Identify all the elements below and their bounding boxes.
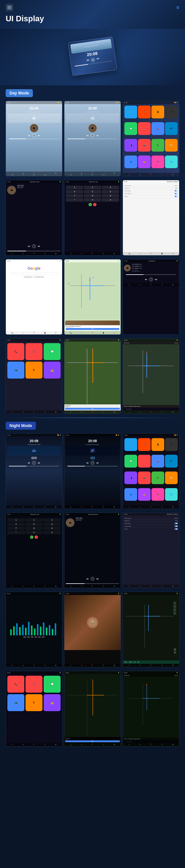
player-controls-2: ⏮ ⏸ ⏭: [66, 133, 119, 137]
svg-rect-0: [10, 629, 12, 636]
screen-header-5: 17:40Bluetooth_Call🔋: [64, 180, 121, 183]
player-controls-n2: ⏮ ⏸ ⏭: [66, 461, 119, 465]
screen-night-nav-restaurant: 18:30🔋 📍 18:16 ETA 9.0 km GO 📞: [64, 671, 121, 746]
screen-footer-n2: 📞 ∞ 📍 📱 ⚙: [64, 505, 121, 509]
night-nav-route-content: 18:10 ETA 9.0 km 📍 Start on Dongbei Tong…: [123, 674, 179, 743]
day-mode-grid-row1: 17:40📶 🔋 20:08 A stunning choice of musi…: [6, 101, 179, 176]
day-mode-grid-row3: 17:40🔋 Google Google Search I'm Feeling …: [6, 259, 179, 335]
night-nav-map: 📍 18:16 ETA 9.0 km GO: [64, 674, 121, 743]
waveform-n2: [68, 456, 117, 460]
bt-player-controls-night: ⏮ ▶ ⏭: [64, 576, 121, 582]
screen-footer-n4: 📞 ∞ 📍 📱 ⚙: [6, 585, 62, 588]
google-logo: Google: [28, 266, 41, 271]
screen-header-n7: 01:34🔋: [6, 592, 62, 595]
day-carplay-row: 18:40🔋 📞 🎵 💬 📺 🎙 📻 📞: [6, 338, 179, 414]
nav-icon[interactable]: ≡: [176, 4, 179, 10]
screen-footer-9: 📞 ∞ 📍 📱 ⚙: [123, 283, 179, 286]
call-dialpad: 1 2 3 4 5 6 7 8 9 * 0 #: [66, 186, 119, 202]
screen-footer-nc1: 📞 ∞ 📍 📱 ⚙: [6, 743, 62, 746]
screen-header-3: 17:40📶 🔋: [123, 101, 179, 104]
restaurant-card-day: Sunny Coffee Modern Restaurant 3456 Mode…: [65, 320, 120, 331]
screen-header-12: 18:00🔋: [123, 339, 179, 342]
player-controls-n1: ⏮ ⏸ ⏭: [7, 461, 60, 465]
svg-rect-7: [31, 625, 32, 636]
time-display-n1: 20:08: [7, 439, 60, 443]
svg-rect-3: [19, 627, 21, 636]
nav-map-day: 📍 18:16 ETA 9.0 km GO: [64, 342, 121, 410]
hero-display: A stunning choice of music 20:08 ⏮ ⏸ ⏭: [68, 36, 117, 76]
screen-music-night-1: 17:40📶 🔋 20:08 A stunning choice of musi…: [6, 433, 62, 509]
bt-album-art: [7, 186, 16, 194]
screen-header-8: 18:30🔋: [64, 259, 121, 262]
svg-rect-5: [25, 628, 27, 636]
go-button[interactable]: GO: [66, 328, 119, 330]
play-btn[interactable]: ⏸: [92, 59, 94, 61]
time-display-n2: 20:08: [66, 439, 119, 443]
screen-header-6: 17:40Bluetooth_Settings: [123, 180, 179, 183]
screen-footer-2: 📞DIAL ∞BT 📍GPS 📱APTS ⚙: [64, 172, 121, 176]
screen-footer-n6: 📞 ∞ 📍 📱 ⚙: [123, 585, 179, 588]
screen-music-night-2: 17:40📶 🔋 20:08 A stunning choice of musi…: [64, 433, 121, 509]
screen-footer-nc2: 📞 ∞ 📍 📱 ⚙: [64, 743, 121, 746]
apps-grid-night: 🐦 🎵 📱 ⚙ 💬 📍 🚗 BT 📲 🎬 🎙 📡 🔵 📻 🎮 🌐: [123, 437, 179, 505]
screen-apps-day: 17:40📶 🔋 🐦 🎵 📱 ⚙ 💬 📍 🚗 BT 📲 🎬 🎙 📡 🔵: [123, 101, 179, 176]
next-btn[interactable]: ⏭: [97, 57, 100, 62]
screen-footer-10: 📞 ∞ 📍 📱 ⚙: [6, 410, 62, 414]
screen-social-music-day: 17:40SocialMusic🔋 华乐_挥毫写写.mp3 华乐_挥毫写写.mp…: [123, 259, 179, 335]
screen-map-day: 18:30🔋 📍 Street Ave S: [64, 259, 121, 335]
svg-rect-11: [43, 623, 44, 636]
google-content: Google Google Search I'm Feeling Lucky: [6, 262, 62, 331]
menu-button[interactable]: [6, 4, 13, 11]
google-search-bar[interactable]: [10, 272, 58, 275]
player-controls-1: ⏮ ⏸ ⏭: [7, 133, 60, 137]
day-mode-badge: Day Mode: [6, 89, 33, 97]
settings-content: Device name CarBT Device pin 0000 Auto a…: [123, 183, 179, 252]
prev-btn[interactable]: ⏮: [86, 58, 89, 63]
time-display-2: 20:08: [66, 106, 119, 111]
page-bottom-padding: [0, 754, 185, 762]
screen-footer-n1: 📞 ∞ 📍 📱 ⚙: [6, 505, 62, 509]
screen-header-n6: 17:40Bluetooth_Settings: [123, 513, 179, 516]
screen-music-day-2: 17:40📶 🔋 20:08 A stunning choice of musi…: [64, 101, 121, 176]
screen-header-n5: 17:40Bluetooth_Music🔋: [64, 513, 121, 516]
screen-footer-7: 📞 ∞ 📍 📱 ⚙: [6, 331, 62, 335]
time-display-1: 20:08: [7, 106, 60, 111]
screen-footer-5: 📞 ∞ 📍 📱 ⚙: [64, 252, 121, 255]
screen-bluetooth-music-day: 17:40Bluetooth_Music🔋 Music Title Music …: [6, 180, 62, 255]
screen-apps-night: 17:40📶 🔋 🐦 🎵 📱 ⚙ 💬 📍 🚗 BT 📲 🎬 🎙 📡 🔵: [123, 433, 179, 509]
screen-footer-n5: 📞 ∞ 📍 📱 ⚙: [64, 585, 121, 588]
night-mode-grid-row1: 17:40📶 🔋 20:08 A stunning choice of musi…: [6, 433, 179, 509]
bt-music-artist: Music Artist: [17, 187, 60, 188]
map-content: 📍 Street Ave: [64, 262, 121, 320]
screen-footer-4: 📞 ∞ 📍 📱 ⚙: [6, 252, 62, 255]
screen-header-nc3: 18:00🔋: [123, 671, 179, 674]
header-top: ≡: [6, 4, 179, 11]
screen-settings-night: 17:40Bluetooth_Settings Device name CarB…: [123, 513, 179, 588]
screen-footer-n9: 📞 ∞ 📍 📱 ⚙: [123, 664, 179, 667]
screen-nav-restaurant-day: 18:30🔋 📍 18:16 ETA 9.0 km GO: [64, 338, 121, 414]
screen-header-n9: 18:00🔋: [123, 592, 179, 595]
food-video-content: 🍲: [64, 595, 121, 664]
svg-rect-1: [13, 626, 15, 636]
page-header: ≡ UI Display: [0, 0, 185, 29]
screen-footer-3: 📞 ∞ 📍 📱 ⚙: [123, 173, 179, 176]
day-mode-grid-row2: 17:40Bluetooth_Music🔋 Music Title Music …: [6, 180, 179, 255]
screen-header-n8: 17:40🔋: [64, 592, 121, 595]
svg-rect-4: [22, 625, 24, 636]
svg-rect-14: [52, 629, 53, 636]
bt-album-art-night: [66, 519, 74, 527]
screen-header-nc2: 18:30🔋: [64, 671, 121, 674]
svg-rect-13: [49, 625, 50, 635]
night-carplay-row: 18:40🔋 📞 🎵 💬 📺 🎙 📻 📞: [6, 671, 179, 746]
screen-header-n4: 17:40Bluetooth_Call🔋: [6, 513, 62, 516]
screen-music-day-1: 17:40📶 🔋 20:08 A stunning choice of musi…: [6, 101, 62, 176]
call-dialpad-night: 1 2 3 4 5 6 7 8 9 * 0 #: [7, 518, 60, 534]
bt-music-title-night: Music Title: [76, 517, 119, 519]
carplay-content: 📞 🎵 💬 📺 🎙 📻: [6, 342, 62, 410]
social-music-content: 华乐_挥毫写写.mp3 华乐_挥毫写写.mp3 华乐_挥毫写写.mp3 华乐_挥…: [123, 262, 179, 274]
screen-footer-nc3: 📞 ∞ 📍 📱 ⚙: [123, 743, 179, 746]
svg-rect-9: [37, 624, 38, 636]
screen-settings-day: 17:40Bluetooth_Settings Device name CarB…: [123, 180, 179, 255]
night-mode-grid-row3: 01:34🔋: [6, 592, 179, 667]
screen-footer-11: 📞 ∞ 📍 📱 ⚙: [64, 410, 121, 414]
